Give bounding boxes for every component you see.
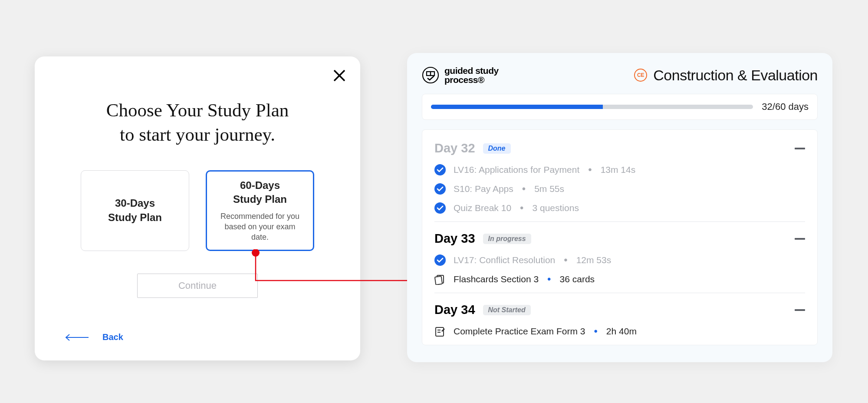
section-title: Construction & Evaluation: [653, 67, 818, 84]
choose-plan-modal: Choose Your Study Plan to start your jou…: [35, 56, 360, 360]
status-pill: Done: [483, 143, 511, 154]
continue-button[interactable]: Continue: [137, 274, 258, 298]
svg-rect-5: [427, 72, 431, 76]
day-header[interactable]: Day 32Done: [434, 141, 805, 155]
task-row[interactable]: LV17: Conflict Resolution•12m 53s: [434, 254, 805, 266]
status-pill: Not Started: [483, 305, 531, 315]
close-icon: [333, 69, 346, 82]
day-header[interactable]: Day 33In progress: [434, 231, 805, 246]
task-row[interactable]: S10: Pay Apps•5m 55s: [434, 183, 805, 195]
brand-logo: guided study process®: [422, 66, 499, 84]
collapse-icon: [795, 238, 805, 240]
svg-rect-12: [435, 276, 442, 285]
collapse-icon: [795, 148, 805, 149]
day-block: Day 32DoneLV16: Applications for Payment…: [434, 132, 805, 222]
modal-heading: Choose Your Study Plan to start your jou…: [65, 98, 330, 147]
day-block: Day 33In progressLV17: Conflict Resoluti…: [434, 222, 805, 293]
svg-point-9: [434, 202, 446, 214]
gsp-logo-icon: [422, 66, 439, 84]
status-pill: In progress: [483, 234, 531, 244]
arrow-left-icon: [65, 334, 89, 341]
day-block: Day 34Not StartedComplete Practice Exam …: [434, 293, 805, 345]
day-title: Day 32: [434, 141, 475, 155]
check-circle-icon: [434, 164, 446, 175]
day-title: Day 34: [434, 303, 475, 317]
check-circle-icon: [434, 254, 446, 266]
task-meta: 36 cards: [560, 274, 595, 284]
day-header[interactable]: Day 34Not Started: [434, 303, 805, 317]
back-label: Back: [102, 332, 123, 342]
task-meta: 12m 53s: [576, 255, 612, 265]
task-label: LV16: Applications for Payment: [454, 165, 579, 175]
back-button[interactable]: Back: [65, 332, 123, 342]
task-row[interactable]: LV16: Applications for Payment•13m 14s: [434, 164, 805, 175]
task-label: Flashcards Section 3: [454, 274, 539, 284]
plan-option-30[interactable]: 30-Days Study Plan: [81, 170, 189, 251]
svg-point-7: [434, 164, 446, 175]
task-meta: 3 questions: [532, 203, 579, 213]
progress-label: 32/60 days: [762, 101, 809, 112]
progress-fill: [431, 105, 603, 109]
task-meta: 2h 40m: [606, 326, 637, 337]
collapse-icon: [795, 309, 805, 311]
task-label: S10: Pay Apps: [454, 184, 513, 194]
progress-bar: 32/60 days: [422, 94, 818, 120]
task-meta: 5m 55s: [534, 184, 564, 194]
task-label: Quiz Break 10: [454, 203, 511, 213]
exam-icon: [434, 326, 446, 337]
close-button[interactable]: [330, 66, 349, 85]
flashcards-icon: [434, 274, 446, 285]
svg-point-10: [434, 254, 446, 266]
task-row[interactable]: Quiz Break 10•3 questions: [434, 202, 805, 214]
task-label: Complete Practice Exam Form 3: [454, 326, 585, 337]
plan-option-60[interactable]: 60-Days Study Plan Recommended for you b…: [206, 170, 314, 251]
check-circle-icon: [434, 183, 446, 195]
task-row[interactable]: Complete Practice Exam Form 3•2h 40m: [434, 326, 805, 337]
task-row[interactable]: Flashcards Section 3•36 cards: [434, 274, 805, 285]
task-meta: 13m 14s: [601, 165, 636, 175]
ce-badge-icon: CE: [634, 69, 647, 82]
day-title: Day 33: [434, 231, 475, 246]
svg-point-8: [434, 183, 446, 195]
task-label: LV17: Conflict Resolution: [454, 255, 555, 265]
check-circle-icon: [434, 202, 446, 214]
study-plan-panel: guided study process® CE Construction & …: [407, 53, 832, 362]
svg-rect-6: [431, 72, 434, 76]
